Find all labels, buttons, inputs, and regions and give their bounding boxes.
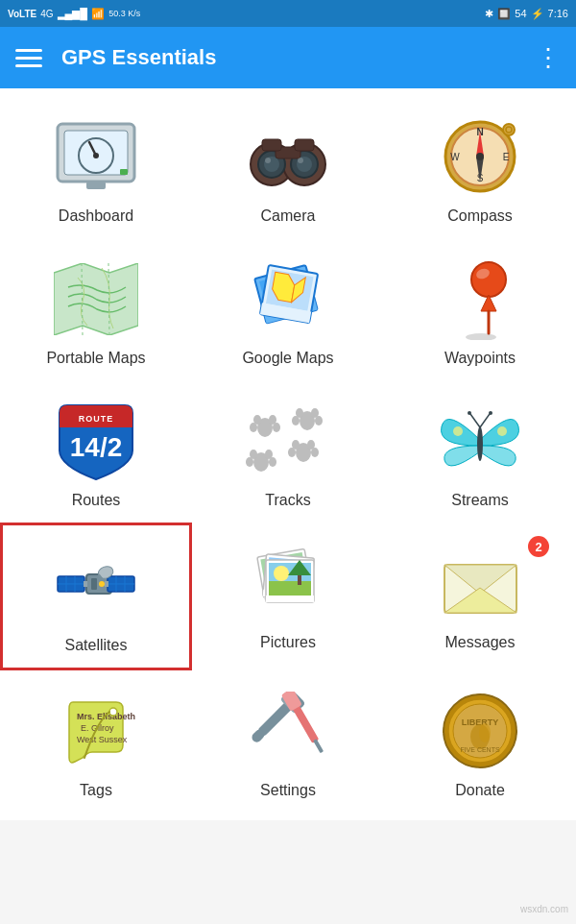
charging-icon: ⚡: [531, 8, 544, 20]
waypoints-icon: [432, 255, 528, 342]
routes-icon: ROUTE 14/2: [48, 398, 144, 484]
grid-item-pictures[interactable]: Pictures: [192, 523, 384, 670]
portable-maps-icon: [48, 255, 144, 342]
svg-point-66: [497, 426, 507, 436]
svg-point-69: [468, 411, 471, 415]
donate-label: Donate: [455, 782, 505, 799]
grid-item-dashboard[interactable]: Dashboard: [0, 96, 192, 238]
svg-text:E: E: [502, 152, 509, 162]
svg-point-58: [288, 448, 296, 457]
streams-icon: [432, 398, 528, 484]
grid-item-tags[interactable]: Mrs. Elisabeth E. Gilroy West Sussex Tag…: [0, 670, 192, 813]
svg-point-67: [477, 426, 483, 461]
grid-item-portable-maps[interactable]: Portable Maps: [0, 238, 192, 380]
svg-text:FIVE CENTS: FIVE CENTS: [460, 746, 500, 753]
watermark: wsxdn.com: [520, 904, 568, 914]
routes-label: Routes: [72, 492, 121, 509]
svg-rect-81: [84, 581, 87, 587]
grid-item-satellites[interactable]: Satellites: [0, 523, 192, 670]
status-right: ✱ 🔲 54 ⚡ 7:16: [485, 8, 568, 20]
compass-label: Compass: [447, 207, 513, 225]
network-indicator: 4G: [40, 9, 53, 19]
svg-point-42: [466, 333, 496, 340]
svg-rect-100: [266, 596, 314, 602]
tracks-label: Tracks: [265, 492, 310, 509]
volte-indicator: VoLTE: [8, 9, 36, 19]
camera-icon: [240, 113, 336, 200]
svg-rect-82: [105, 581, 108, 587]
svg-line-68: [470, 414, 480, 427]
battery-icon: 🔲: [497, 8, 511, 20]
app-title: GPS Essentials: [61, 45, 536, 70]
dashboard-icon: [48, 113, 144, 200]
svg-text:Mrs. Elisabeth: Mrs. Elisabeth: [77, 712, 135, 721]
time: 7:16: [548, 8, 568, 19]
messages-badge: 2: [528, 536, 549, 557]
svg-line-70: [480, 414, 490, 427]
grid-item-donate[interactable]: LIBERTY FIVE CENTS Donate: [384, 670, 576, 813]
svg-rect-85: [91, 578, 97, 590]
satellites-icon: [48, 543, 144, 629]
grid-item-routes[interactable]: ROUTE 14/2 Routes: [0, 380, 192, 523]
svg-point-65: [453, 426, 463, 436]
grid-item-waypoints[interactable]: Waypoints: [384, 238, 576, 380]
camera-label: Camera: [261, 207, 316, 225]
tags-label: Tags: [80, 782, 112, 799]
menu-button[interactable]: [15, 49, 42, 67]
grid-item-messages[interactable]: 2 Messages: [384, 523, 576, 670]
svg-point-54: [273, 423, 280, 432]
messages-label: Messages: [445, 634, 516, 651]
svg-point-26: [476, 153, 484, 160]
google-maps-icon: [240, 255, 336, 342]
grid-item-google-maps[interactable]: Google Maps: [192, 238, 384, 380]
speed-indicator: 50.3 K/s: [108, 9, 140, 18]
grid-item-settings[interactable]: Settings: [192, 670, 384, 813]
svg-rect-15: [295, 139, 314, 151]
messages-icon: [432, 540, 528, 626]
status-left: VoLTE 4G ▂▄▆█ 📶 50.3 K/s: [8, 8, 140, 20]
waypoints-label: Waypoints: [444, 350, 516, 367]
svg-point-63: [246, 457, 253, 467]
svg-text:ROUTE: ROUTE: [79, 414, 114, 424]
battery-percent: 54: [515, 8, 526, 19]
wifi-icon: 📶: [91, 8, 105, 20]
svg-point-38: [471, 262, 506, 297]
settings-icon: [240, 688, 336, 774]
main-grid: Dashboard Camera: [0, 88, 576, 820]
streams-label: Streams: [451, 492, 509, 509]
more-options-button[interactable]: ⋮: [536, 45, 561, 70]
satellites-label: Satellites: [65, 637, 128, 654]
svg-point-5: [93, 153, 99, 158]
svg-point-49: [315, 416, 323, 426]
svg-text:West Sussex: West Sussex: [77, 735, 128, 744]
dashboard-label: Dashboard: [59, 207, 133, 225]
grid-item-compass[interactable]: N S W E Compass: [384, 96, 576, 238]
svg-rect-101: [269, 581, 311, 596]
grid-item-tracks[interactable]: Tracks: [192, 380, 384, 523]
svg-rect-14: [262, 139, 281, 151]
svg-rect-6: [120, 169, 128, 175]
settings-label: Settings: [260, 782, 316, 799]
signal-bars: ▂▄▆█: [58, 8, 88, 20]
google-maps-label: Google Maps: [242, 350, 333, 367]
svg-rect-119: [313, 739, 324, 753]
grid-item-streams[interactable]: Streams: [384, 380, 576, 523]
tags-icon: Mrs. Elisabeth E. Gilroy West Sussex: [48, 688, 144, 774]
bluetooth-icon: ✱: [485, 8, 493, 20]
app-bar: GPS Essentials ⋮: [0, 27, 576, 88]
compass-icon: N S W E: [432, 113, 528, 200]
svg-point-71: [489, 411, 492, 415]
svg-rect-2: [86, 182, 106, 189]
svg-point-48: [292, 416, 300, 426]
svg-point-64: [269, 457, 276, 467]
svg-text:14/2: 14/2: [70, 432, 123, 462]
svg-point-27: [503, 124, 515, 135]
svg-point-16: [265, 158, 271, 163]
pictures-icon: [240, 540, 336, 626]
svg-point-125: [479, 723, 491, 742]
pictures-label: Pictures: [260, 634, 316, 651]
grid-item-camera[interactable]: Camera: [192, 96, 384, 238]
svg-point-53: [250, 423, 257, 432]
svg-point-86: [99, 581, 105, 587]
svg-point-103: [274, 566, 289, 581]
